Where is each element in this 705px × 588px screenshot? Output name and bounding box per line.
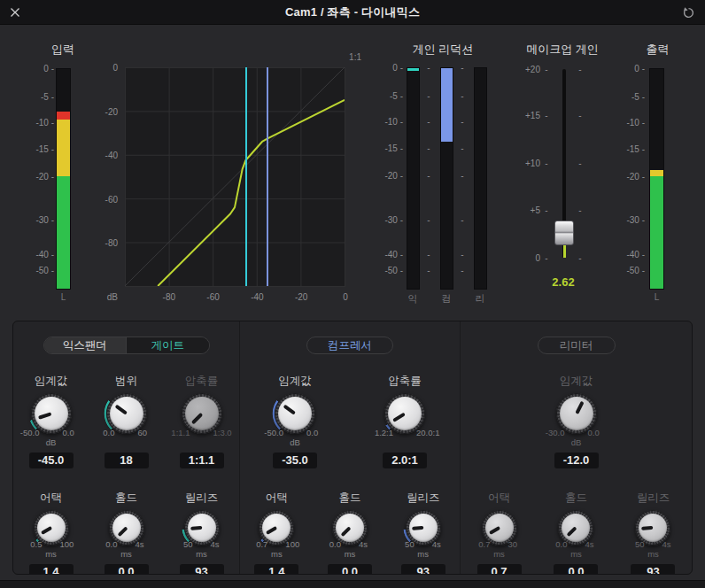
knob-unit-label: ms [120, 549, 132, 559]
limiter-threshold-value[interactable]: -12.0 [554, 453, 599, 468]
close-button[interactable] [7, 4, 23, 20]
compressor-attack-value[interactable]: 1.4 [254, 564, 298, 575]
knob-min-label: 0.5 [30, 539, 42, 549]
gate-section: 익스팬더 게이트 임계값 -50.0 0.0 dB -45.0 범위 [13, 321, 239, 574]
knob-max-label: 20.0:1 [416, 428, 439, 437]
knob-max-label: 4s [662, 539, 670, 549]
limiter-section: 리미터 임계값 -30.0 0.0 dB -12.0 어택 [460, 321, 692, 574]
limiter-threshold-control: 임계값 -30.0 0.0 dB -12.0 [539, 374, 614, 468]
knob-label: 릴리즈 [407, 491, 440, 504]
knob-min-label: 1:1.1 [171, 428, 190, 437]
knob-min-label: -30.0 [546, 428, 565, 437]
output-channel-label: L [638, 292, 676, 302]
limiter-attack-control: 어택 0.7 30 ms 0.7 [462, 491, 537, 575]
dynamics-curve-plot [125, 67, 345, 287]
gr-expander-label: 익 [406, 292, 420, 306]
expander-gate-tabgroup: 익스팬더 게이트 [43, 337, 210, 354]
knob-pointer [117, 527, 128, 538]
compressor-attack-control: 어택 0.7 100 ms 1.4 [240, 491, 314, 575]
knob-pointer [488, 526, 500, 535]
gate-threshold-control: 임계값 -50.0 0.0 dB -45.0 [14, 374, 89, 468]
knob-min-label: 0.7 [256, 539, 267, 549]
knob-pointer [642, 526, 654, 530]
knob-pointer [283, 404, 297, 414]
knob-pointer [114, 404, 128, 414]
knob-label: 릴리즈 [637, 491, 670, 504]
makeup-dash-right: ----- [576, 69, 585, 258]
tab-expander[interactable]: 익스팬더 [44, 337, 127, 353]
compressor-hold-value[interactable]: 0.0 [328, 564, 372, 575]
reset-button[interactable] [680, 4, 696, 20]
compressor-threshold-line [267, 67, 268, 286]
knob-unit-label: ms [493, 549, 505, 559]
dynamics-controls-panel: 익스팬더 게이트 임계값 -50.0 0.0 dB -45.0 범위 [12, 321, 693, 575]
knob-min-label: 1.2:1 [375, 428, 393, 437]
knob-label: 임계값 [278, 374, 312, 387]
compressor-hold-control: 홀드 0.0 4s ms 0.0 [314, 491, 387, 575]
dynamics-curve [125, 67, 345, 286]
gate-ratio-value[interactable]: 1:1.1 [180, 453, 224, 468]
knob-max-label: 4s [211, 539, 220, 549]
compressor-section: 컴프레서 임계값 -50.0 0.0 dB -35.0 압축률 [239, 321, 460, 574]
knob-label: 어택 [40, 491, 62, 504]
tab-gate[interactable]: 게이트 [126, 337, 209, 353]
knob-pointer [190, 526, 202, 530]
knob-label: 릴리즈 [185, 491, 219, 504]
compressor-release-value[interactable]: 93 [401, 564, 445, 575]
limiter-button[interactable]: 리미터 [538, 337, 616, 354]
gr-dash-column-1: -------- [424, 67, 433, 290]
gate-attack-control: 어택 0.5 100 ms 1.4 [14, 491, 89, 575]
knob-min-label: 0.0 [105, 539, 117, 549]
knob-unit-label: dB [290, 437, 300, 447]
knob-pointer [575, 401, 584, 414]
unity-gain-line [125, 67, 345, 286]
gate-threshold-value[interactable]: -45.0 [29, 453, 74, 468]
makeup-gain-title: 메이크업 게인 [500, 42, 624, 58]
compressor-ratio-value[interactable]: 2.0:1 [383, 453, 427, 468]
gain-reduction-title: 게인 리덕션 [381, 42, 505, 58]
knob-label: 임계값 [560, 374, 593, 387]
knob-unit-label: ms [271, 549, 283, 559]
knob-unit-label: dB [571, 437, 582, 447]
knob-label: 홀드 [565, 491, 587, 504]
knob-max-label: 1:3.0 [213, 428, 232, 437]
gate-attack-value[interactable]: 1.4 [29, 564, 74, 575]
input-meter-title: 입력 [27, 42, 98, 58]
window-title: Cam1 / 좌측 - 다이내믹스 [285, 4, 420, 20]
gr-expander-meter [407, 67, 420, 290]
limiter-hold-value[interactable]: 0.0 [554, 564, 598, 575]
knob-min-label: 0.0 [555, 539, 567, 549]
graph-x-axis: -80-60-40-200 [125, 292, 345, 304]
limiter-release-value[interactable]: 93 [631, 564, 675, 575]
compressor-threshold-value[interactable]: -35.0 [273, 453, 317, 468]
gr-limiter-label: 리 [473, 292, 487, 306]
knob-pointer [567, 527, 577, 538]
gate-release-value[interactable]: 93 [180, 564, 224, 575]
gate-hold-value[interactable]: 0.0 [105, 564, 149, 575]
knob-min-label: -50.0 [20, 428, 40, 437]
compressor-threshold-control: 임계값 -50.0 0.0 dB -35.0 [258, 374, 332, 468]
knob-max-label: 30 [508, 539, 518, 549]
gr-meter-scale: 0 --5 --10 --15 --20 --30 --40 --50 - [368, 67, 403, 290]
limiter-attack-value[interactable]: 0.7 [477, 564, 522, 575]
graph-y-axis: 0-20-40-60-80 [84, 67, 118, 287]
makeup-slider-handle[interactable] [554, 220, 574, 245]
knob-pointer [412, 526, 423, 530]
knob-min-label: 50 [405, 539, 414, 549]
knob-label: 임계값 [35, 374, 68, 387]
knob-label: 압축률 [185, 374, 219, 387]
knob-label: 범위 [115, 374, 137, 387]
knob-pointer [392, 412, 406, 422]
gate-release-control: 릴리즈 50 4s ms 93 [165, 491, 239, 575]
window-bottom-edge [0, 580, 705, 588]
knob-unit-label: ms [196, 549, 207, 559]
knob-pointer [190, 413, 203, 425]
close-icon [10, 7, 20, 18]
knob-max-label: 4s [359, 539, 368, 549]
input-meter-scale: 0 --5 --10 --15 --20 --30 --40 --50 - [18, 68, 54, 290]
knob-min-label: 0.0 [329, 539, 341, 549]
reset-icon [682, 6, 695, 19]
gate-range-value[interactable]: 18 [105, 453, 149, 468]
input-meter-bar [56, 68, 71, 290]
compressor-button[interactable]: 컴프레서 [306, 337, 393, 354]
